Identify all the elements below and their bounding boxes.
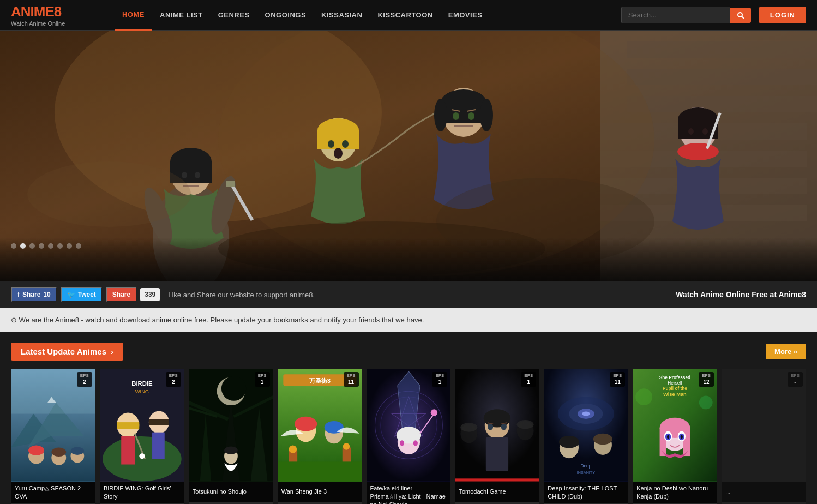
nav-kissasian[interactable]: KISSASIAN bbox=[314, 0, 370, 31]
nav-genres[interactable]: GENRES bbox=[211, 0, 257, 31]
eps-badge-totsu: EPS 1 bbox=[255, 372, 270, 387]
tw-label: Tweet bbox=[78, 291, 96, 298]
svg-rect-32 bbox=[441, 103, 486, 123]
nav-ongoings[interactable]: ONGOINGS bbox=[257, 0, 314, 31]
svg-text:BIRDIE: BIRDIE bbox=[131, 380, 153, 387]
svg-text:WING: WING bbox=[135, 389, 149, 394]
svg-point-153 bbox=[667, 435, 669, 439]
svg-point-112 bbox=[430, 409, 437, 416]
logo-anime: ANIME bbox=[11, 3, 54, 20]
anime-card-totsu[interactable]: EPS 1 Totsukuni no Shoujo bbox=[189, 369, 273, 504]
twitter-tweet-button[interactable]: 🐦 Tweet bbox=[61, 287, 103, 302]
anime-card-tomodachi[interactable]: EPS 1 Tomodachi Game bbox=[455, 369, 539, 504]
anime-title-totsu: Totsukuni no Shoujo bbox=[189, 482, 273, 502]
svg-point-154 bbox=[681, 435, 683, 439]
svg-rect-67 bbox=[121, 436, 135, 465]
svg-text:She Professed: She Professed bbox=[659, 375, 690, 380]
svg-rect-6 bbox=[627, 96, 817, 112]
logo-title: ANIME8 bbox=[11, 3, 98, 20]
login-button[interactable]: LOGIN bbox=[759, 7, 806, 23]
share-button[interactable]: Share bbox=[106, 287, 137, 302]
svg-point-64 bbox=[103, 436, 182, 482]
svg-point-62 bbox=[70, 447, 84, 455]
svg-point-36 bbox=[468, 112, 474, 120]
svg-point-125 bbox=[517, 420, 534, 429]
info-banner: ⊙ We are the Anime8 - watch and download… bbox=[0, 308, 817, 332]
anime-card-kenja[interactable]: She Professed Herself Pupil of the Wise … bbox=[633, 369, 717, 504]
svg-point-17 bbox=[182, 172, 187, 178]
anime-card-fate[interactable]: EPS 1 Fate/kaleid liner Prisma☆Illya: Li… bbox=[367, 369, 451, 504]
svg-text:万圣街3: 万圣街3 bbox=[308, 377, 330, 384]
logo-number: 8 bbox=[54, 3, 61, 20]
nav-home[interactable]: HOME bbox=[115, 0, 152, 31]
svg-point-29 bbox=[342, 140, 349, 148]
nav-emovies[interactable]: EMOVIES bbox=[441, 0, 490, 31]
svg-text:INSANITY: INSANITY bbox=[577, 470, 595, 475]
latest-section: Latest Update Animes › More » bbox=[0, 332, 817, 504]
svg-point-35 bbox=[453, 112, 459, 120]
latest-arrow: › bbox=[111, 347, 113, 356]
search-icon bbox=[737, 11, 744, 19]
nav-animelist[interactable]: ANIME LIST bbox=[152, 0, 211, 31]
eps-badge-wan: EPS 11 bbox=[344, 372, 359, 387]
latest-title-text: Latest Update Animes bbox=[21, 347, 106, 356]
main-nav: HOME ANIME LIST GENRES ONGOINGS KISSASIA… bbox=[115, 0, 621, 31]
svg-point-43 bbox=[677, 143, 719, 160]
search-area bbox=[621, 7, 751, 23]
tw-icon: 🐦 bbox=[67, 291, 75, 298]
sh-label: Share bbox=[112, 291, 130, 298]
anime-card-deep[interactable]: Deep INSANITY EPS 11 Deep Insanity: THE … bbox=[544, 369, 628, 504]
svg-text:Herself: Herself bbox=[668, 381, 683, 386]
hero-overlay bbox=[0, 238, 817, 281]
search-button[interactable] bbox=[730, 8, 751, 23]
svg-text:Deep: Deep bbox=[581, 464, 592, 469]
anime-title-yuru: Yuru Camp△ SEASON 2 OVA bbox=[11, 482, 95, 504]
svg-point-28 bbox=[328, 140, 334, 148]
info-text: ⊙ We are the Anime8 - watch and download… bbox=[11, 316, 424, 324]
svg-point-83 bbox=[224, 446, 238, 454]
svg-point-47 bbox=[27, 161, 191, 227]
svg-line-1 bbox=[742, 16, 744, 19]
svg-point-33 bbox=[434, 99, 447, 131]
more-button[interactable]: More » bbox=[766, 344, 806, 359]
anime-title-kenja: Kenja no Deshi wo Nanoru Kenja (Dub) bbox=[633, 482, 717, 504]
anime-title-deep: Deep Insanity: THE LOST CHILD (Dub) bbox=[544, 482, 628, 504]
latest-title: Latest Update Animes › bbox=[11, 343, 123, 361]
eps-badge-fate: EPS 1 bbox=[432, 372, 447, 387]
svg-point-27 bbox=[334, 148, 343, 159]
svg-point-132 bbox=[582, 411, 590, 416]
svg-rect-70 bbox=[149, 419, 169, 425]
svg-rect-95 bbox=[278, 461, 362, 481]
anime-grid: EPS 2 Yuru Camp△ SEASON 2 OVA bbox=[11, 369, 806, 504]
search-input[interactable] bbox=[621, 7, 730, 23]
anime-card-birdie[interactable]: BIRDIE WING EPS 2 BIRDIE WING: Golf Girl… bbox=[100, 369, 184, 504]
svg-point-116 bbox=[484, 409, 511, 427]
facebook-share-button[interactable]: f Share 10 bbox=[11, 287, 57, 302]
svg-point-72 bbox=[139, 453, 145, 459]
svg-point-110 bbox=[413, 440, 417, 446]
anime-title-fate: Fate/kaleid liner Prisma☆Illya: Licht - … bbox=[367, 482, 451, 504]
watch-free-text: Watch Anime Online Free at Anime8 bbox=[676, 290, 806, 299]
svg-text:Pupil of the: Pupil of the bbox=[663, 386, 687, 391]
anime-card-placeholder[interactable]: EPS - ... bbox=[722, 369, 806, 504]
logo[interactable]: ANIME8 Watch Anime Online bbox=[11, 3, 98, 27]
fb-share-label: Share bbox=[22, 291, 40, 298]
share-count: 339 bbox=[140, 288, 160, 301]
anime-title-wan: Wan Sheng Jie 3 bbox=[278, 482, 362, 502]
svg-point-108 bbox=[396, 427, 420, 443]
svg-text:Wise Man: Wise Man bbox=[663, 392, 687, 397]
anime-card-yuru[interactable]: EPS 2 Yuru Camp△ SEASON 2 OVA bbox=[11, 369, 95, 504]
eps-badge-yuru: EPS 2 bbox=[77, 372, 92, 387]
social-bar: f Share 10 🐦 Tweet Share 339 Like and Sh… bbox=[0, 281, 817, 308]
anime-card-wan[interactable]: 万圣街3 bbox=[278, 369, 362, 504]
svg-point-0 bbox=[738, 13, 742, 17]
svg-rect-148 bbox=[683, 428, 690, 456]
svg-rect-121 bbox=[486, 437, 508, 471]
nav-kisscartoon[interactable]: KISSCARTOON bbox=[370, 0, 440, 31]
svg-rect-126 bbox=[455, 478, 539, 481]
eps-badge-deep: EPS 11 bbox=[610, 372, 625, 387]
svg-point-117 bbox=[488, 423, 493, 430]
svg-rect-4 bbox=[627, 41, 817, 58]
svg-point-60 bbox=[51, 448, 66, 457]
svg-point-44 bbox=[688, 128, 694, 135]
